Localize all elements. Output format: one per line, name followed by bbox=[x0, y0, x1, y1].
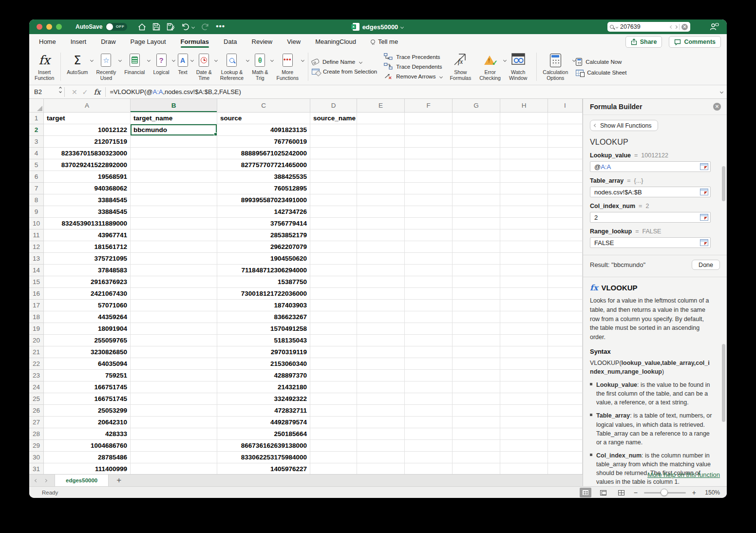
cell-H19[interactable] bbox=[500, 323, 548, 335]
cell-I31[interactable] bbox=[548, 463, 583, 474]
cell-A21[interactable]: 3230826850 bbox=[44, 346, 131, 358]
row-header-14[interactable]: 14 bbox=[29, 265, 44, 276]
cell-F21[interactable] bbox=[405, 346, 453, 358]
cell-H29[interactable] bbox=[500, 440, 548, 452]
cell-B9[interactable] bbox=[131, 206, 217, 218]
search-scope-chevron-icon[interactable] bbox=[616, 25, 619, 28]
ribbon-calculate-now[interactable]: Calculate Now bbox=[576, 58, 626, 66]
cell-H18[interactable] bbox=[500, 311, 548, 323]
cell-H12[interactable] bbox=[500, 241, 548, 253]
cell-G24[interactable] bbox=[453, 381, 500, 393]
cell-F9[interactable] bbox=[405, 206, 453, 218]
row-header-10[interactable]: 10 bbox=[29, 218, 44, 229]
sheet-tab-edges50000[interactable]: edges50000 bbox=[55, 475, 109, 486]
ribbon-logical[interactable]: ?Logical bbox=[151, 53, 175, 81]
row-header-28[interactable]: 28 bbox=[29, 428, 44, 440]
cell-E3[interactable] bbox=[357, 136, 405, 148]
cell-F25[interactable] bbox=[405, 393, 453, 405]
row-header-19[interactable]: 19 bbox=[29, 323, 44, 335]
cell-I4[interactable] bbox=[548, 148, 583, 159]
ribbon-watch-window[interactable]: Watch Window bbox=[507, 53, 533, 81]
cell-C18[interactable]: 836623267 bbox=[217, 311, 310, 323]
cell-C13[interactable]: 1904550620 bbox=[217, 253, 310, 265]
cell-C17[interactable]: 187403903 bbox=[217, 300, 310, 311]
cell-E21[interactable] bbox=[357, 346, 405, 358]
row-header-25[interactable]: 25 bbox=[29, 393, 44, 405]
cell-E18[interactable] bbox=[357, 311, 405, 323]
insert-function-fx-icon[interactable]: fx bbox=[94, 88, 100, 96]
cell-H5[interactable] bbox=[500, 159, 548, 171]
row-header-29[interactable]: 29 bbox=[29, 440, 44, 452]
cell-B14[interactable] bbox=[131, 265, 217, 276]
cell-G6[interactable] bbox=[453, 171, 500, 183]
row-header-21[interactable]: 21 bbox=[29, 346, 44, 358]
cell-G13[interactable] bbox=[453, 253, 500, 265]
cell-F19[interactable] bbox=[405, 323, 453, 335]
cell-B17[interactable] bbox=[131, 300, 217, 311]
cell-B16[interactable] bbox=[131, 288, 217, 300]
cell-I19[interactable] bbox=[548, 323, 583, 335]
cell-A10[interactable]: 832453901311889000 bbox=[44, 218, 131, 229]
cell-F5[interactable] bbox=[405, 159, 453, 171]
cell-H26[interactable] bbox=[500, 405, 548, 417]
select-all-corner[interactable] bbox=[29, 99, 44, 113]
cell-F18[interactable] bbox=[405, 311, 453, 323]
cell-C10[interactable]: 3756779414 bbox=[217, 218, 310, 229]
cell-G17[interactable] bbox=[453, 300, 500, 311]
cell-B26[interactable] bbox=[131, 405, 217, 417]
cell-C7[interactable]: 760512895 bbox=[217, 183, 310, 194]
tab-draw[interactable]: Draw bbox=[101, 34, 115, 49]
row-header-5[interactable]: 5 bbox=[29, 159, 44, 171]
cell-F15[interactable] bbox=[405, 276, 453, 288]
cell-D6[interactable] bbox=[310, 171, 357, 183]
cell-B12[interactable] bbox=[131, 241, 217, 253]
cell-A17[interactable]: 57071060 bbox=[44, 300, 131, 311]
cell-F31[interactable] bbox=[405, 463, 453, 474]
cell-F24[interactable] bbox=[405, 381, 453, 393]
cell-A5[interactable]: 837029241522892000 bbox=[44, 159, 131, 171]
cell-C30[interactable]: 833062253175984000 bbox=[217, 452, 310, 463]
ribbon-recently-used[interactable]: ☆Recently Used bbox=[94, 53, 122, 81]
cell-H31[interactable] bbox=[500, 463, 548, 474]
cell-B1[interactable]: target_name bbox=[131, 113, 217, 124]
tab-page-layout[interactable]: Page Layout bbox=[131, 34, 166, 49]
cell-B23[interactable] bbox=[131, 370, 217, 381]
cell-B19[interactable] bbox=[131, 323, 217, 335]
cell-H15[interactable] bbox=[500, 276, 548, 288]
cell-D30[interactable] bbox=[310, 452, 357, 463]
page-layout-view-icon[interactable] bbox=[598, 488, 609, 497]
cell-D10[interactable] bbox=[310, 218, 357, 229]
range-picker-icon[interactable] bbox=[700, 214, 708, 221]
cell-G31[interactable] bbox=[453, 463, 500, 474]
cell-D1[interactable]: source_name bbox=[310, 113, 357, 124]
cell-C23[interactable]: 428897370 bbox=[217, 370, 310, 381]
cell-I3[interactable] bbox=[548, 136, 583, 148]
cell-I28[interactable] bbox=[548, 428, 583, 440]
cell-G25[interactable] bbox=[453, 393, 500, 405]
cell-I7[interactable] bbox=[548, 183, 583, 194]
cell-E27[interactable] bbox=[357, 417, 405, 428]
cell-D18[interactable] bbox=[310, 311, 357, 323]
cell-H14[interactable] bbox=[500, 265, 548, 276]
more-help-link[interactable]: More help on this function bbox=[647, 471, 720, 478]
cell-A24[interactable]: 166751745 bbox=[44, 381, 131, 393]
cell-D19[interactable] bbox=[310, 323, 357, 335]
cell-I10[interactable] bbox=[548, 218, 583, 229]
cell-I5[interactable] bbox=[548, 159, 583, 171]
cell-H9[interactable] bbox=[500, 206, 548, 218]
cell-A8[interactable]: 33884545 bbox=[44, 194, 131, 206]
cell-D9[interactable] bbox=[310, 206, 357, 218]
ribbon-define-name[interactable]: Define Name bbox=[312, 59, 377, 65]
comments-button[interactable]: Comments bbox=[669, 36, 721, 48]
cell-A18[interactable]: 44359264 bbox=[44, 311, 131, 323]
column-header-H[interactable]: H bbox=[500, 99, 548, 113]
cell-G30[interactable] bbox=[453, 452, 500, 463]
cell-B8[interactable] bbox=[131, 194, 217, 206]
cell-I13[interactable] bbox=[548, 253, 583, 265]
range-picker-icon[interactable] bbox=[700, 189, 708, 195]
zoom-slider[interactable] bbox=[644, 492, 686, 494]
cell-D14[interactable] bbox=[310, 265, 357, 276]
tab-meaningcloud[interactable]: MeaningCloud bbox=[315, 34, 356, 49]
add-sheet-icon[interactable]: + bbox=[116, 476, 121, 485]
cell-A29[interactable]: 1004686760 bbox=[44, 440, 131, 452]
